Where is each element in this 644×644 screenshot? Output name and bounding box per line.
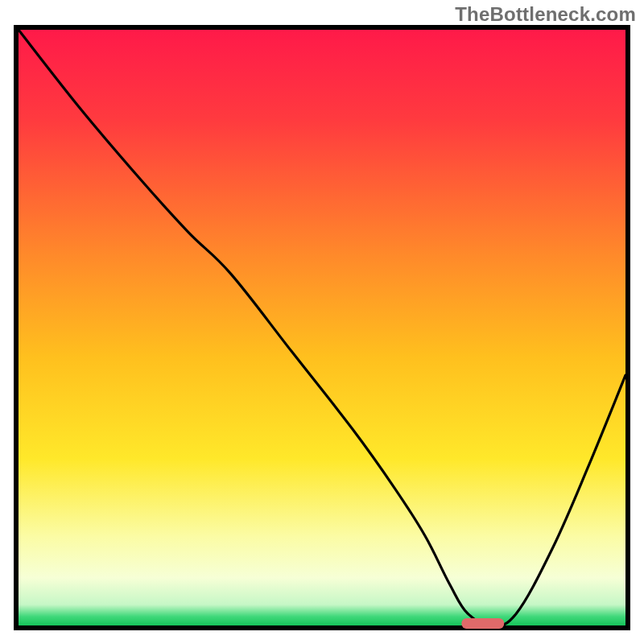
plot-area xyxy=(19,30,625,625)
chart-svg xyxy=(0,0,644,644)
bottleneck-chart: TheBottleneck.com xyxy=(0,0,644,644)
optimal-range-marker xyxy=(461,618,504,629)
watermark-label: TheBottleneck.com xyxy=(455,3,636,26)
